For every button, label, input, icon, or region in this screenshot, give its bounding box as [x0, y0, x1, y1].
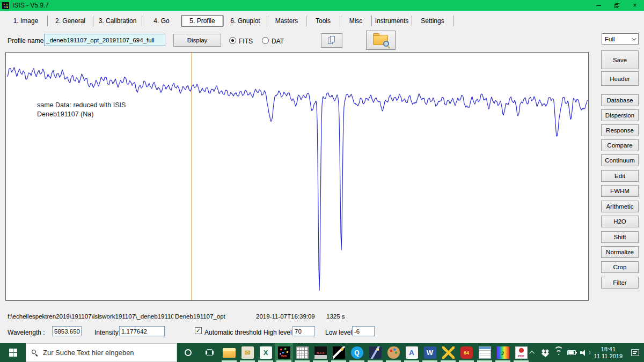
- profile-name-input[interactable]: [44, 34, 165, 46]
- telescope-app-taskbar-button[interactable]: [330, 343, 348, 362]
- profile-name-label: Profile name :: [8, 37, 47, 45]
- wifi-icon[interactable]: [552, 343, 565, 362]
- low-level-field[interactable]: [352, 326, 375, 336]
- taskbar-search-input[interactable]: Zur Suche Text hier eingeben: [26, 343, 177, 362]
- tab-masters[interactable]: Masters: [267, 14, 306, 28]
- notepad-icon: [479, 346, 491, 359]
- tab-4-go[interactable]: 4. Go: [142, 14, 181, 28]
- compare-button[interactable]: Compare: [601, 139, 639, 151]
- a-document-app-icon: A: [406, 346, 418, 359]
- dat-radio[interactable]: [262, 37, 269, 44]
- restore-button[interactable]: [608, 0, 626, 11]
- fwhm-button[interactable]: FWHM: [601, 185, 639, 197]
- cortana-icon: [185, 349, 192, 356]
- shift-button[interactable]: Shift: [601, 231, 639, 243]
- volume-icon[interactable]: [578, 343, 591, 362]
- taskbar: Zur Suche Text hier eingeben ✉XISISN.F.5…: [0, 343, 644, 362]
- dark-astro-app-icon: [369, 346, 382, 359]
- hidden-icons-chevron-icon[interactable]: [526, 343, 539, 362]
- dark-astro-app-taskbar-button[interactable]: [366, 343, 384, 362]
- nfs-app-taskbar-button[interactable]: N.F.5: [311, 343, 330, 362]
- database-button[interactable]: Database: [601, 94, 639, 106]
- browse-profile-button[interactable]: [366, 31, 396, 50]
- tab-1-image[interactable]: 1. Image: [4, 14, 47, 28]
- tab-5-profile[interactable]: 5. Profile: [181, 15, 223, 27]
- tab-6-gnuplot[interactable]: 6. Gnuplot: [224, 14, 267, 28]
- q-app-taskbar-button[interactable]: Q: [348, 343, 366, 362]
- excel-taskbar-button[interactable]: X: [257, 343, 275, 362]
- h2o-button[interactable]: H2O: [601, 216, 639, 227]
- filter-button[interactable]: Filter: [601, 277, 639, 289]
- header-button[interactable]: Header: [601, 71, 639, 86]
- minimize-button[interactable]: [589, 0, 608, 11]
- task-view-button[interactable]: [199, 343, 220, 362]
- view-mode-value: Full: [605, 36, 615, 42]
- minimize-icon: [596, 5, 601, 6]
- wavelength-field[interactable]: [52, 326, 82, 336]
- taskbar-clock[interactable]: 18:41 11.11.2019: [591, 346, 626, 360]
- low-level-label: Low level :: [325, 329, 356, 336]
- cortana-button[interactable]: [177, 343, 199, 362]
- chevron-down-icon: [632, 36, 636, 40]
- acrobat-reader-icon: PDF: [515, 346, 528, 359]
- clock-date: 11.11.2019: [594, 353, 623, 360]
- arithmetic-button[interactable]: Arithmetic: [601, 201, 639, 212]
- dispersion-button[interactable]: Dispersion: [601, 109, 639, 121]
- mail-app-taskbar-button[interactable]: ✉: [238, 343, 257, 362]
- action-center-button[interactable]: [626, 343, 644, 362]
- close-button[interactable]: ×: [626, 0, 644, 11]
- save-button[interactable]: Save: [601, 50, 639, 69]
- high-level-label: High level :: [264, 329, 295, 336]
- battery-icon[interactable]: [565, 343, 578, 362]
- a-document-app-taskbar-button[interactable]: A: [402, 343, 421, 362]
- title-bar[interactable]: ISIS - V5.9.7 ×: [0, 0, 644, 11]
- tab-instruments[interactable]: Instruments: [372, 14, 412, 28]
- irfanview-icon: 64: [460, 346, 473, 359]
- dropbox-icon[interactable]: [539, 343, 552, 362]
- system-tray: 18:41 11.11.2019: [526, 343, 644, 362]
- paint-palette-taskbar-button[interactable]: [384, 343, 402, 362]
- calculator-taskbar-button[interactable]: [293, 343, 311, 362]
- spectrum-chart[interactable]: same Data: reduced with ISIS Deneb191107…: [5, 52, 589, 301]
- wavelength-label: Wavelength :: [8, 329, 45, 336]
- fits-radio[interactable]: [229, 37, 236, 44]
- notepad-taskbar-button[interactable]: [475, 343, 494, 362]
- object-name-text: Deneb191107_opt: [175, 313, 225, 320]
- normalize-button[interactable]: Normalize: [601, 246, 639, 258]
- vspec-spectrum-app-icon: ♪: [497, 346, 509, 359]
- vspec-spectrum-app-taskbar-button[interactable]: ♪: [494, 343, 512, 362]
- irfanview-taskbar-button[interactable]: 64: [457, 343, 475, 362]
- intensity-field[interactable]: [119, 326, 165, 336]
- start-button[interactable]: [0, 343, 26, 362]
- calculator-icon: [296, 346, 309, 359]
- folder-search-icon: [373, 33, 389, 46]
- response-button[interactable]: Response: [601, 124, 639, 136]
- spectrum-plot[interactable]: [6, 53, 588, 300]
- view-mode-dropdown[interactable]: Full: [602, 33, 639, 45]
- isis-app-icon: [2, 2, 9, 9]
- clock-time: 18:41: [594, 346, 623, 353]
- file-explorer-icon: [223, 348, 236, 358]
- continuum-button[interactable]: Continuum: [601, 154, 639, 166]
- edit-button[interactable]: Edit: [601, 170, 639, 182]
- restore-icon: [614, 3, 619, 8]
- isis-app-taskbar-button[interactable]: ISIS: [275, 343, 293, 362]
- tab-settings[interactable]: Settings: [412, 14, 453, 28]
- tab-3-calibration[interactable]: 3. Calibration: [93, 14, 142, 28]
- tab-bar: 1. Image2. General3. Calibration4. Go5. …: [4, 14, 453, 28]
- tab-misc[interactable]: Misc: [340, 14, 371, 28]
- display-button[interactable]: Display: [173, 34, 221, 47]
- auto-threshold-checkbox[interactable]: ✓: [195, 327, 202, 334]
- word-taskbar-button[interactable]: W: [421, 343, 439, 362]
- copy-button[interactable]: [321, 33, 342, 48]
- high-level-field[interactable]: [292, 326, 315, 336]
- intensity-label: Intensity :: [94, 329, 122, 336]
- exposure-time-text: 1325 s: [326, 313, 345, 320]
- tab-2-general[interactable]: 2. General: [48, 14, 93, 28]
- taskbar-apps: ✉XISISN.F.5QAW64♪PDF: [220, 343, 530, 362]
- file-explorer-taskbar-button[interactable]: [220, 343, 238, 362]
- action-center-icon: [631, 349, 639, 356]
- move-arrows-app-taskbar-button[interactable]: [439, 343, 457, 362]
- crop-button[interactable]: Crop: [601, 261, 639, 273]
- tab-tools[interactable]: Tools: [306, 14, 340, 28]
